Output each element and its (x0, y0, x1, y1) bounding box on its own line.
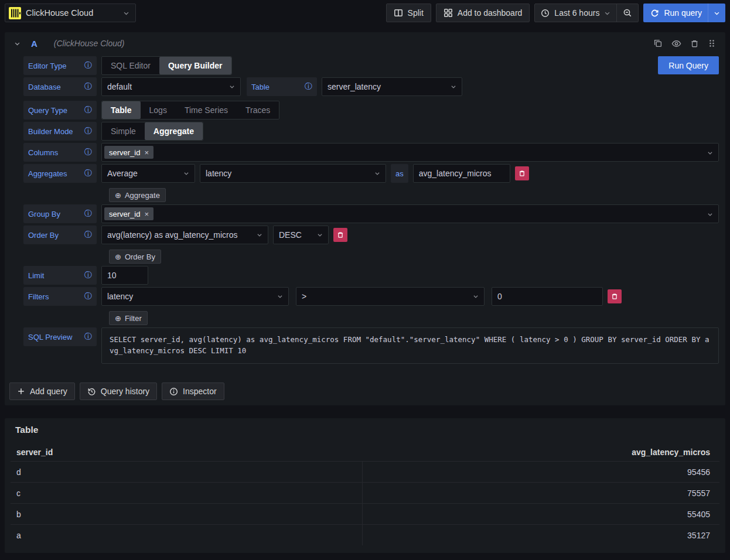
info-icon[interactable]: ⓘ (84, 60, 92, 71)
editor-type-option-sql-editor[interactable]: SQL Editor (102, 57, 159, 74)
duplicate-query-icon[interactable] (653, 39, 663, 48)
query-type-option-time-series[interactable]: Time Series (176, 101, 237, 119)
query-type-option-table[interactable]: Table (102, 101, 141, 119)
info-icon[interactable]: ⓘ (84, 168, 92, 179)
builder-mode-label: Builder Mode ⓘ (23, 122, 97, 141)
results-table-header: server_id avg_latency_micros (11, 443, 719, 461)
time-range-label: Last 6 hours (554, 8, 599, 18)
table-row: d 95456 (11, 461, 719, 482)
limit-row: Limit ⓘ (23, 266, 719, 285)
info-icon[interactable]: ⓘ (84, 81, 92, 92)
delete-query-trash-icon[interactable] (690, 39, 699, 48)
group-by-label: Group By ⓘ (23, 204, 97, 223)
info-circle-icon (169, 387, 178, 396)
filter-value-input[interactable] (492, 287, 603, 306)
query-type-option-logs[interactable]: Logs (141, 101, 176, 119)
remove-aggregate-button[interactable] (515, 166, 529, 180)
remove-chip-icon[interactable]: × (144, 210, 149, 218)
history-icon (87, 387, 96, 396)
add-query-button[interactable]: Add query (9, 383, 75, 400)
sql-preview-text: SELECT server_id, avg(latency) as avg_la… (101, 327, 719, 364)
columns-chip-server-id[interactable]: server_id × (104, 146, 153, 159)
run-query-panel-button[interactable]: Run Query (658, 56, 719, 74)
table-label: Table ⓘ (247, 77, 317, 96)
columns-multiselect[interactable]: server_id × (101, 143, 719, 162)
database-label: Database ⓘ (23, 77, 97, 96)
datasource-picker[interactable]: ClickHouse Cloud (5, 4, 136, 22)
add-filter-button[interactable]: ⊕ Filter (109, 311, 148, 325)
builder-mode-option-aggregate[interactable]: Aggregate (145, 122, 203, 140)
plus-icon (17, 387, 25, 395)
limit-label: Limit ⓘ (23, 266, 97, 285)
info-icon[interactable]: ⓘ (84, 291, 92, 302)
aggregate-function-select[interactable]: Average (101, 164, 195, 183)
table-row: c 75557 (11, 482, 719, 503)
time-range-button[interactable]: Last 6 hours (535, 4, 616, 22)
column-header-server-id[interactable]: server_id (11, 448, 362, 457)
add-aggregate-row: ⊕ Aggregate (109, 188, 719, 202)
drag-handle-icon[interactable] (708, 39, 716, 48)
collapse-chevron-icon[interactable] (12, 38, 23, 49)
circle-plus-icon: ⊕ (115, 314, 121, 323)
hide-query-eye-icon[interactable] (671, 39, 681, 49)
aggregate-alias-input[interactable] (413, 164, 510, 183)
apps-grid-icon (444, 8, 453, 18)
info-icon[interactable]: ⓘ (84, 126, 92, 136)
database-table-row: Database ⓘ default Table ⓘ server_latenc… (23, 77, 719, 96)
editor-type-radio-group: SQL Editor Query Builder (101, 56, 232, 75)
zoom-out-time-button[interactable] (616, 4, 638, 22)
add-to-dashboard-button[interactable]: Add to dashboard (436, 4, 530, 22)
chevron-down-icon (707, 211, 713, 217)
query-type-radio-group: Table Logs Time Series Traces (101, 101, 279, 119)
filter-column-select[interactable]: latency (101, 287, 289, 306)
remove-chip-icon[interactable]: × (144, 148, 149, 157)
run-query-dropdown[interactable] (708, 4, 725, 22)
add-order-by-row: ⊕ Order By (109, 250, 719, 264)
chevron-down-icon (604, 10, 610, 16)
run-query-button[interactable]: Run query (643, 4, 725, 22)
sync-icon (650, 9, 659, 18)
group-by-multiselect[interactable]: server_id × (101, 204, 719, 223)
order-direction-select[interactable]: DESC (273, 226, 329, 244)
split-button[interactable]: Split (386, 4, 431, 22)
cell-avg-latency: 55405 (362, 504, 719, 524)
limit-input[interactable] (101, 266, 148, 285)
info-icon[interactable]: ⓘ (84, 147, 92, 158)
clock-icon (541, 9, 550, 18)
query-type-row: Query Type ⓘ Table Logs Time Series Trac… (23, 101, 719, 119)
builder-mode-option-simple[interactable]: Simple (102, 122, 145, 140)
order-by-field-select[interactable]: avg(latency) as avg_latency_micros (101, 226, 268, 244)
cell-avg-latency: 35127 (362, 525, 719, 545)
filter-operator-select[interactable]: > (296, 287, 485, 306)
time-picker-group: Last 6 hours (534, 4, 639, 22)
editor-type-row: Editor Type ⓘ SQL Editor Query Builder R… (23, 56, 719, 75)
chevron-down-icon (257, 232, 262, 238)
split-pane-icon (394, 8, 403, 18)
cell-server-id: c (11, 483, 362, 503)
database-select[interactable]: default (101, 77, 241, 96)
add-order-by-button[interactable]: ⊕ Order By (109, 250, 161, 264)
aggregate-column-select[interactable]: latency (200, 164, 386, 183)
editor-type-option-query-builder[interactable]: Query Builder (159, 57, 231, 74)
query-history-button[interactable]: Query history (80, 383, 157, 400)
column-header-avg-latency-micros[interactable]: avg_latency_micros (362, 448, 719, 457)
info-icon[interactable]: ⓘ (84, 270, 92, 281)
table-row: b 55405 (11, 503, 719, 524)
info-icon[interactable]: ⓘ (84, 230, 92, 240)
filters-row: Filters ⓘ latency > (23, 287, 719, 306)
table-select[interactable]: server_latency (322, 77, 462, 96)
add-aggregate-button[interactable]: ⊕ Aggregate (109, 188, 166, 202)
order-by-row: Order By ⓘ avg(latency) as avg_latency_m… (23, 226, 719, 244)
info-icon[interactable]: ⓘ (305, 81, 312, 92)
group-by-chip-server-id[interactable]: server_id × (104, 207, 153, 220)
inspector-button[interactable]: Inspector (162, 383, 224, 400)
builder-mode-row: Builder Mode ⓘ Simple Aggregate (23, 122, 719, 141)
group-by-row: Group By ⓘ server_id × (23, 204, 719, 223)
info-icon[interactable]: ⓘ (84, 332, 92, 342)
info-icon[interactable]: ⓘ (84, 105, 92, 115)
query-type-option-traces[interactable]: Traces (237, 101, 279, 119)
remove-order-by-button[interactable] (333, 228, 347, 242)
chevron-down-icon (229, 84, 235, 90)
remove-filter-button[interactable] (608, 289, 622, 303)
info-icon[interactable]: ⓘ (84, 209, 92, 219)
